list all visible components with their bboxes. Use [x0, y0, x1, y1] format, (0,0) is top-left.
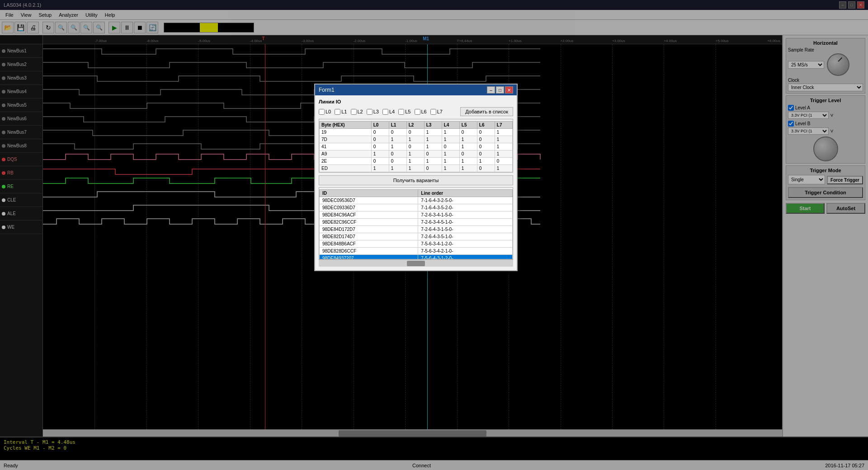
cb-l4[interactable]: L4 [382, 109, 395, 115]
results-table-row[interactable]: 98DE82D174D77-2-6-4-3-5-1-0- [320, 233, 513, 240]
get-variants-button[interactable]: Получить варианты [319, 175, 513, 185]
th-l5: L5 [459, 122, 477, 129]
io-cell-l6: 1 [477, 158, 495, 165]
io-table-row[interactable]: ED11101101 [320, 165, 513, 172]
modal-title-bar: Form1 – □ ✕ [315, 85, 517, 95]
cb-l5[interactable]: L5 [398, 109, 410, 115]
io-data-container[interactable]: Byte (HEX) L0 L1 L2 L3 L4 L5 L6 L7 19000… [319, 119, 513, 173]
results-table-row[interactable]: 98DE828D6CCF7-5-6-3-4-2-1-0- [320, 248, 513, 255]
io-cell-l5: 1 [459, 136, 477, 143]
th-l7: L7 [495, 122, 512, 129]
io-cell-l7: 1 [495, 136, 512, 143]
results-cell-id: 98DE84C96ACF [320, 212, 418, 219]
io-cell-l6: 0 [477, 129, 495, 136]
io-table-row[interactable]: A910101001 [320, 150, 513, 158]
modal-close-button[interactable]: ✕ [505, 86, 513, 94]
io-cell-l5: 1 [459, 165, 477, 172]
cb-l1[interactable]: L1 [335, 109, 347, 115]
io-cell-l0: 0 [371, 158, 389, 165]
modal-minimize-button[interactable]: – [487, 86, 495, 94]
cb-l1-input[interactable] [335, 109, 340, 115]
io-cell-l0: 0 [371, 136, 389, 143]
results-table-row[interactable]: 98DE82C96CCF7-2-6-3-4-5-1-0- [320, 219, 513, 226]
io-cell-l1: 0 [389, 129, 406, 136]
io-cell-l5: 0 [459, 150, 477, 158]
cb-l2[interactable]: L2 [351, 109, 363, 115]
modal-title: Form1 [319, 87, 335, 93]
th-l2: L2 [406, 122, 424, 129]
th-l1: L1 [389, 122, 406, 129]
modal-scrollbar-thumb[interactable] [407, 261, 425, 266]
io-cell-l3: 1 [424, 143, 442, 150]
cb-l3-input[interactable] [367, 109, 373, 115]
th-byte: Byte (HEX) [320, 122, 372, 129]
io-table-row[interactable]: 1900011001 [320, 129, 513, 136]
io-cell-l6: 0 [477, 150, 495, 158]
io-cell-l4: 1 [442, 136, 459, 143]
results-cell-order: 7-2-6-3-4-1-5-0- [418, 212, 513, 219]
cb-l7-input[interactable] [430, 109, 436, 115]
io-cell-l5: 0 [459, 129, 477, 136]
io-table-row[interactable]: 7D01111101 [320, 136, 513, 143]
results-table-row[interactable]: 98DEC09536D77-1-6-4-3-2-5-0- [320, 197, 513, 204]
io-cell-l1: 1 [389, 143, 406, 150]
results-cell-id: 98DE84937207 [320, 255, 418, 260]
io-cell-l2: 1 [406, 158, 424, 165]
cb-l0-input[interactable] [319, 109, 325, 115]
io-cell-l4: 0 [442, 143, 459, 150]
cb-l4-input[interactable] [382, 109, 388, 115]
results-cell-order: 7-2-6-4-3-5-1-0- [418, 233, 513, 240]
io-cell-l0: 0 [371, 143, 389, 150]
io-cell-l7: 0 [495, 158, 512, 165]
modal-maximize-button[interactable]: □ [496, 86, 504, 94]
modal-dialog: Form1 – □ ✕ Линии IO L0 L1 L2 L3 L4 L5 L… [314, 84, 518, 271]
add-to-list-button[interactable]: Добавить в список [460, 107, 513, 116]
io-cell-byte: 2E [320, 158, 372, 165]
io-cell-l1: 0 [389, 158, 406, 165]
results-table-row[interactable]: 98DE84C96ACF7-2-6-3-4-1-5-0- [320, 212, 513, 219]
io-cell-byte: 41 [320, 143, 372, 150]
results-cell-order: 7-2-6-4-3-1-5-0- [418, 226, 513, 233]
results-table-row[interactable]: 98DEC09336D77-1-6-4-3-5-2-0- [320, 204, 513, 212]
io-cell-l2: 1 [406, 136, 424, 143]
io-cell-l5: 1 [459, 158, 477, 165]
cb-l6-input[interactable] [415, 109, 420, 115]
io-cell-l1: 1 [389, 136, 406, 143]
io-cell-l2: 1 [406, 165, 424, 172]
io-cell-byte: ED [320, 165, 372, 172]
modal-body: Линии IO L0 L1 L2 L3 L4 L5 L6 L7 Добавит… [315, 95, 517, 270]
cb-l2-input[interactable] [351, 109, 357, 115]
results-cell-order: 7-2-6-3-4-5-1-0- [418, 219, 513, 226]
io-cell-l2: 1 [406, 150, 424, 158]
io-data-table: Byte (HEX) L0 L1 L2 L3 L4 L5 L6 L7 19000… [319, 121, 513, 172]
io-table-row[interactable]: 2E00111110 [320, 158, 513, 165]
io-cell-l1: 1 [389, 165, 406, 172]
io-cell-l4: 1 [442, 129, 459, 136]
io-cell-byte: A9 [320, 150, 372, 158]
io-cell-byte: 7D [320, 136, 372, 143]
cb-l5-input[interactable] [398, 109, 404, 115]
results-cell-order: 7-5-6-3-4-1-2-0- [418, 240, 513, 248]
results-container[interactable]: ID Line order 98DEC09536D77-1-6-4-3-2-5-… [319, 187, 513, 259]
modal-h-scrollbar[interactable] [319, 259, 513, 267]
th-l4: L4 [442, 122, 459, 129]
results-table-row[interactable]: 98DE84D172D77-2-6-4-3-1-5-0- [320, 226, 513, 233]
th-l0: L0 [371, 122, 389, 129]
io-cell-l6: 0 [477, 143, 495, 150]
cb-l7[interactable]: L7 [430, 109, 443, 115]
io-cell-l3: 0 [424, 150, 442, 158]
cb-l0[interactable]: L0 [319, 109, 331, 115]
results-table-row[interactable]: 98DE848B6ACF7-5-6-3-4-1-2-0- [320, 240, 513, 248]
io-cell-l1: 0 [389, 150, 406, 158]
results-cell-order: 7-1-6-4-3-2-5-0- [418, 197, 513, 204]
io-cell-l7: 1 [495, 165, 512, 172]
th-l3: L3 [424, 122, 442, 129]
cb-l6[interactable]: L6 [415, 109, 427, 115]
io-table-row[interactable]: 4101010101 [320, 143, 513, 150]
results-cell-id: 98DE828D6CCF [320, 248, 418, 255]
cb-l3[interactable]: L3 [367, 109, 379, 115]
io-cell-l7: 1 [495, 150, 512, 158]
io-cell-l4: 1 [442, 150, 459, 158]
results-table: ID Line order 98DEC09536D77-1-6-4-3-2-5-… [319, 189, 513, 259]
results-table-row[interactable]: 98DE849372077-5-6-4-3-1-2-0- [320, 255, 513, 260]
